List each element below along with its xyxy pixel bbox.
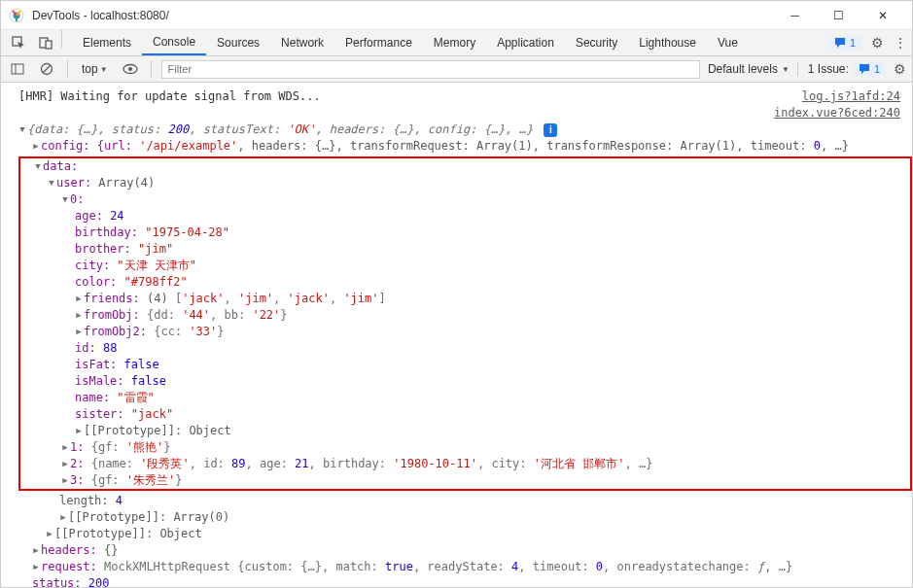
log-line: index.vue?6ced:240	[18, 105, 912, 121]
collapse-icon[interactable]: ▶	[31, 542, 41, 559]
log-levels-dropdown[interactable]: Default levels ▼	[708, 62, 790, 76]
console-toolbar: top ▼ Default levels ▼ 1 Issue: 1 ⚙	[1, 56, 912, 83]
object-row[interactable]: ▶3: {gf: '朱秀兰'}	[20, 472, 910, 489]
prop-row[interactable]: isMale: false	[20, 373, 910, 390]
collapse-icon[interactable]: ▶	[74, 324, 84, 340]
messages-badge[interactable]: 1	[828, 36, 861, 50]
object-row[interactable]: ▶2: {name: '段秀英', id: 89, age: 21, birth…	[20, 456, 910, 472]
object-row[interactable]: ▼0:	[20, 191, 910, 208]
collapse-icon[interactable]: ▶	[31, 138, 41, 155]
highlighted-section: ▼data: ▼user: Array(4) ▼0: age: 24 birth…	[18, 156, 912, 491]
expand-icon[interactable]: ▼	[18, 121, 27, 138]
collapse-icon[interactable]: ▶	[74, 291, 84, 307]
prop-row[interactable]: birthday: "1975-04-28"	[20, 225, 910, 241]
close-button[interactable]: ✕	[860, 1, 904, 29]
window-title: DevTools - localhost:8080/	[32, 9, 773, 22]
object-row[interactable]: ▼user: Array(4)	[20, 175, 910, 191]
collapse-icon[interactable]: ▶	[31, 559, 41, 575]
prop-row[interactable]: ▶[[Prototype]]: Array(0)	[18, 509, 912, 526]
separator	[67, 60, 68, 78]
source-link[interactable]: index.vue?6ced:240	[774, 105, 900, 121]
tab-performance[interactable]: Performance	[334, 30, 423, 55]
prop-row[interactable]: status: 200	[18, 575, 912, 588]
maximize-button[interactable]: ☐	[817, 1, 860, 29]
svg-line-8	[43, 65, 51, 73]
collapse-icon[interactable]: ▶	[60, 456, 70, 472]
tab-lighthouse[interactable]: Lighthouse	[628, 30, 707, 55]
window-titlebar: DevTools - localhost:8080/ ─ ☐ ✕	[1, 1, 912, 30]
prop-row[interactable]: ▶fromObj: {dd: '44', bb: '22'}	[20, 307, 910, 324]
tab-console[interactable]: Console	[142, 30, 206, 55]
panel-tabs: Elements Console Sources Network Perform…	[72, 30, 749, 55]
prop-row[interactable]: ▶friends: (4) ['jack', 'jim', 'jack', 'j…	[20, 291, 910, 307]
minimize-button[interactable]: ─	[773, 1, 817, 29]
separator	[61, 30, 62, 48]
prop-row[interactable]: brother: "jim"	[20, 241, 910, 258]
object-row[interactable]: ▶1: {gf: '熊艳'}	[20, 439, 910, 456]
settings-icon[interactable]: ⚙	[871, 35, 884, 51]
prop-row[interactable]: age: 24	[20, 208, 910, 225]
prop-row[interactable]: length: 4	[18, 493, 912, 509]
collapse-icon[interactable]: ▶	[60, 472, 70, 489]
messages-count: 1	[850, 37, 856, 49]
console-output: [HMR] Waiting for update signal from WDS…	[1, 83, 912, 588]
expand-icon[interactable]: ▼	[60, 191, 70, 208]
log-line: [HMR] Waiting for update signal from WDS…	[18, 88, 912, 105]
tab-sources[interactable]: Sources	[206, 30, 270, 55]
prop-row[interactable]: ▶fromObj2: {cc: '33'}	[20, 324, 910, 340]
object-row[interactable]: ▼data:	[20, 158, 910, 175]
collapse-icon[interactable]: ▶	[74, 307, 84, 324]
issues-button[interactable]: 1 Issue: 1	[797, 62, 886, 76]
svg-point-10	[128, 67, 132, 71]
more-icon[interactable]: ⋮	[894, 35, 906, 51]
devtools-tabbar: Elements Console Sources Network Perform…	[1, 30, 912, 56]
source-link[interactable]: log.js?1afd:24	[802, 88, 900, 105]
collapse-icon[interactable]: ▶	[58, 509, 68, 526]
window-controls: ─ ☐ ✕	[773, 1, 904, 29]
separator	[151, 60, 152, 78]
clear-console-icon[interactable]	[36, 62, 57, 76]
sidebar-toggle-icon[interactable]	[7, 62, 28, 76]
chevron-down-icon: ▼	[100, 65, 108, 74]
tab-application[interactable]: Application	[486, 30, 565, 55]
object-row[interactable]: ▶request: MockXMLHttpRequest {custom: {……	[18, 559, 912, 575]
expand-icon[interactable]: ▼	[47, 175, 56, 191]
info-icon[interactable]: i	[544, 123, 557, 137]
prop-row[interactable]: city: "天津 天津市"	[20, 258, 910, 274]
tab-memory[interactable]: Memory	[423, 30, 486, 55]
prop-row[interactable]: isFat: false	[20, 357, 910, 373]
prop-row[interactable]: sister: "jack"	[20, 406, 910, 423]
prop-row[interactable]: ▶[[Prototype]]: Object	[20, 423, 910, 439]
collapse-icon[interactable]: ▶	[74, 423, 84, 439]
context-selector[interactable]: top ▼	[78, 62, 112, 76]
svg-rect-5	[12, 64, 23, 74]
collapse-icon[interactable]: ▶	[45, 526, 54, 542]
tab-vue[interactable]: Vue	[707, 30, 749, 55]
collapse-icon[interactable]: ▶	[60, 439, 70, 456]
tab-network[interactable]: Network	[270, 30, 334, 55]
prop-row[interactable]: color: "#798ff2"	[20, 274, 910, 291]
expand-icon[interactable]: ▼	[33, 158, 43, 175]
live-expression-icon[interactable]	[120, 63, 141, 75]
object-summary[interactable]: ▼{data: {…}, status: 200, statusText: 'O…	[18, 121, 912, 138]
chevron-down-icon: ▼	[782, 65, 790, 74]
prop-row[interactable]: ▶[[Prototype]]: Object	[18, 526, 912, 542]
object-row[interactable]: ▶headers: {}	[18, 542, 912, 559]
device-toggle-icon[interactable]	[32, 30, 59, 55]
prop-row[interactable]: id: 88	[20, 340, 910, 357]
devtools-icon	[9, 8, 24, 23]
svg-rect-4	[46, 41, 52, 49]
tab-security[interactable]: Security	[565, 30, 628, 55]
tab-elements[interactable]: Elements	[72, 30, 142, 55]
filter-input[interactable]	[161, 60, 700, 79]
object-row[interactable]: ▶config: {url: '/api/example', headers: …	[18, 138, 912, 155]
prop-row[interactable]: name: "雷霞"	[20, 390, 910, 406]
inspect-icon[interactable]	[5, 30, 32, 55]
console-settings-icon[interactable]: ⚙	[894, 61, 906, 77]
